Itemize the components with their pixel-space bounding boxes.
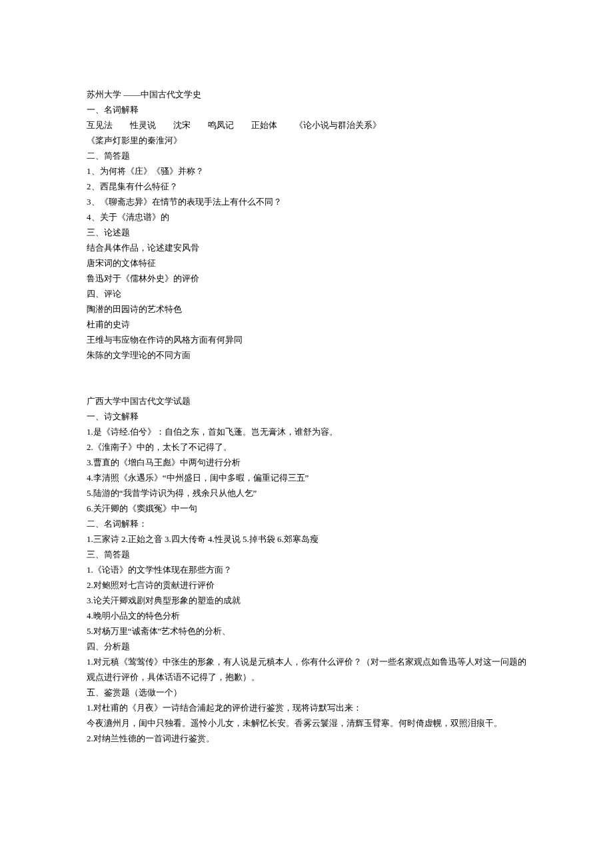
doc1-section3-q2: 唐宋词的文体特征 <box>87 255 526 271</box>
doc1-section2-q1: 1、为何将《庄》《骚》并称？ <box>87 163 526 179</box>
doc2-section3-q1: 1.《论语》的文学性体现在那些方面？ <box>87 562 526 577</box>
doc1-section4-q3: 王维与韦应物在作诗的风格方面有何异同 <box>87 332 526 347</box>
doc2-section1-q1: 1.是《诗经.伯兮》：自伯之东，首如飞蓬。岂无膏沐，谁舒为容。 <box>87 424 526 439</box>
doc2-section1-q6: 6.关汗卿的《窦娥冤》中一句 <box>87 501 526 516</box>
doc2-section2-line: 1.三家诗 2.正始之音 3.四大传奇 4.性灵说 5.掉书袋 6.郊寒岛瘦 <box>87 531 526 547</box>
doc1-section2-q3: 3、《聊斋志异》在情节的表现手法上有什么不同？ <box>87 194 526 209</box>
doc2-section1-q4: 4.李清照《永遇乐》“中州盛日，闺中多暇，偏重记得三五” <box>87 470 526 485</box>
doc2-section5-q1b: 今夜瀌州月，闺中只独看。遥怜小儿女，未解忆长安。香雾云鬟湿，清辉玉臂寒。何时倚虚… <box>87 715 526 731</box>
doc2-section1-q3: 3.曹直的《增白马王彪》中两句进行分析 <box>87 455 526 470</box>
document-page: 苏州大学 ——中国古代文学史 一、名词解释 互见法 性灵说 沈宋 鸣凤记 正始体… <box>0 0 613 786</box>
doc2-section3-q3: 3.论关汗卿戏剧对典型形象的塑造的成就 <box>87 593 526 608</box>
doc2-section1-q5: 5.陆游的“我昔学诗识为得，残余只从他人乞” <box>87 485 526 501</box>
doc2-section1-q2: 2.《淮南子》中的，太长了不记得了。 <box>87 439 526 455</box>
doc2-section3-q2: 2.对鲍照对七言诗的贡献进行评价 <box>87 577 526 593</box>
doc1-section4-q1: 陶潜的田园诗的艺术特色 <box>87 301 526 317</box>
doc2-section3-heading: 三、简答题 <box>87 547 526 562</box>
doc1-section3-q1: 结合具体作品，论述建安风骨 <box>87 240 526 255</box>
doc2-title: 广西大学中国古代文学试题 <box>87 393 526 409</box>
doc1-section1-line2: 《桨声灯影里的秦淮河》 <box>87 133 526 148</box>
doc2-section4-heading: 四、分析题 <box>87 639 526 654</box>
doc1-section2-q4: 4、关于《清忠谱》的 <box>87 209 526 225</box>
doc2-section5-heading: 五、鉴赏题（选做一个） <box>87 685 526 700</box>
doc2-section5-q2: 2.对纳兰性德的一首词进行鉴赏。 <box>87 731 526 746</box>
doc1-section1-heading: 一、名词解释 <box>87 102 526 117</box>
doc2-section3-q5: 5.对杨万里“诚斋体”艺术特色的分析、 <box>87 623 526 639</box>
doc2-section3-q4: 4.晚明小品文的特色分析 <box>87 608 526 623</box>
doc1-section4-q4: 朱陈的文学理论的不同方面 <box>87 347 526 363</box>
doc1-section2-heading: 二、简答题 <box>87 148 526 163</box>
doc1-section3-heading: 三、论述题 <box>87 225 526 240</box>
doc1-title: 苏州大学 ——中国古代文学史 <box>87 87 526 102</box>
doc2-section1-heading: 一、诗文解释 <box>87 409 526 424</box>
doc1-section4-q2: 杜甫的史诗 <box>87 317 526 332</box>
doc1-section4-heading: 四、评论 <box>87 286 526 301</box>
doc2-section5-q1a: 1.对杜甫的《月夜》一诗结合浦起龙的评价进行鉴赏，现将诗默写出来： <box>87 700 526 715</box>
doc1-section1-line1: 互见法 性灵说 沈宋 鸣凤记 正始体 《论小说与群治关系》 <box>87 117 526 133</box>
doc1-section3-q3: 鲁迅对于《儒林外史》的评价 <box>87 271 526 286</box>
doc1-section2-q2: 2、西昆集有什么特征？ <box>87 179 526 194</box>
doc2-section4-q1: 1.对元稹《莺莺传》中张生的形象，有人说是元稹本人，你有什么评价？（对一些名家观… <box>87 654 526 685</box>
doc2-section2-heading: 二、名词解释： <box>87 516 526 531</box>
section-spacer <box>87 363 526 393</box>
